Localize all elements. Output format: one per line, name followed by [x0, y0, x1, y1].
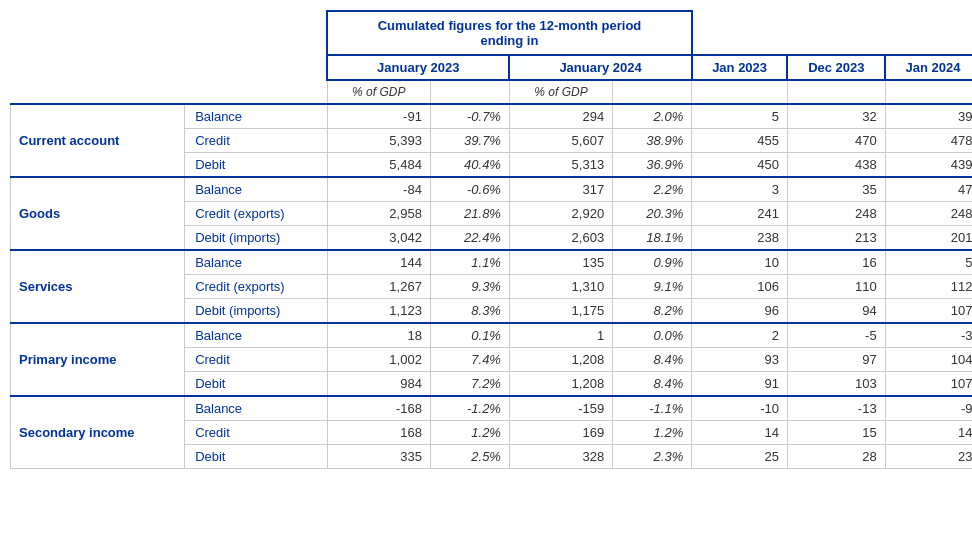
sub-label-1-2: Debit (imports)	[185, 226, 328, 251]
c3-2-2: 107	[885, 299, 972, 324]
sub-label-0-0: Balance	[185, 104, 328, 129]
p2-4-2: 2.3%	[613, 445, 692, 469]
v1-0-2: 5,484	[327, 153, 430, 178]
v1-2-2: 1,123	[327, 299, 430, 324]
p1-3-0: 0.1%	[430, 323, 509, 348]
v2-3-2: 1,208	[509, 372, 612, 397]
p1-3-2: 7.2%	[430, 372, 509, 397]
v1-0-0: -91	[327, 104, 430, 129]
c2-3-0: -5	[787, 323, 885, 348]
c3-4-2: 23	[885, 445, 972, 469]
c1-0-1: 455	[692, 129, 788, 153]
v2-4-0: -159	[509, 396, 612, 421]
p2-0-0: 2.0%	[613, 104, 692, 129]
c2-1-1: 248	[787, 202, 885, 226]
category-4: Secondary income	[11, 396, 185, 469]
v2-0-1: 5,607	[509, 129, 612, 153]
v1-0-1: 5,393	[327, 129, 430, 153]
p1-2-2: 8.3%	[430, 299, 509, 324]
c2-2-2: 94	[787, 299, 885, 324]
p2-1-1: 20.3%	[613, 202, 692, 226]
p1-4-1: 1.2%	[430, 421, 509, 445]
sub-header-2: % of GDP	[509, 80, 612, 104]
p2-2-1: 9.1%	[613, 275, 692, 299]
v2-4-1: 169	[509, 421, 612, 445]
c3-0-2: 439	[885, 153, 972, 178]
v1-1-1: 2,958	[327, 202, 430, 226]
v2-1-0: 317	[509, 177, 612, 202]
sub-header-0: % of GDP	[327, 80, 430, 104]
sub-label-0-1: Credit	[185, 129, 328, 153]
v1-3-0: 18	[327, 323, 430, 348]
category-1: Goods	[11, 177, 185, 250]
c3-4-0: -9	[885, 396, 972, 421]
p2-1-2: 18.1%	[613, 226, 692, 251]
c1-0-0: 5	[692, 104, 788, 129]
c1-0-2: 450	[692, 153, 788, 178]
p2-2-2: 8.2%	[613, 299, 692, 324]
p2-3-0: 0.0%	[613, 323, 692, 348]
v2-3-1: 1,208	[509, 348, 612, 372]
v1-1-2: 3,042	[327, 226, 430, 251]
c3-0-0: 39	[885, 104, 972, 129]
c2-4-2: 28	[787, 445, 885, 469]
sub-header-1	[430, 80, 509, 104]
sub-label-3-2: Debit	[185, 372, 328, 397]
v2-2-1: 1,310	[509, 275, 612, 299]
category-0: Current account	[11, 104, 185, 177]
c3-2-1: 112	[885, 275, 972, 299]
c2-1-0: 35	[787, 177, 885, 202]
v1-3-1: 1,002	[327, 348, 430, 372]
sub-label-3-0: Balance	[185, 323, 328, 348]
c3-3-0: -3	[885, 323, 972, 348]
c1-1-2: 238	[692, 226, 788, 251]
c1-3-1: 93	[692, 348, 788, 372]
p1-1-0: -0.6%	[430, 177, 509, 202]
p2-1-0: 2.2%	[613, 177, 692, 202]
c2-3-1: 97	[787, 348, 885, 372]
c2-0-2: 438	[787, 153, 885, 178]
sub-header-4	[692, 80, 788, 104]
c3-0-1: 478	[885, 129, 972, 153]
c3-3-2: 107	[885, 372, 972, 397]
v1-3-2: 984	[327, 372, 430, 397]
c2-0-0: 32	[787, 104, 885, 129]
c3-3-1: 104	[885, 348, 972, 372]
sub-header-5	[787, 80, 885, 104]
c3-2-0: 5	[885, 250, 972, 275]
p2-4-0: -1.1%	[613, 396, 692, 421]
v2-1-2: 2,603	[509, 226, 612, 251]
p1-0-1: 39.7%	[430, 129, 509, 153]
c1-1-0: 3	[692, 177, 788, 202]
c1-3-2: 91	[692, 372, 788, 397]
p1-1-1: 21.8%	[430, 202, 509, 226]
v2-2-0: 135	[509, 250, 612, 275]
v1-1-0: -84	[327, 177, 430, 202]
v2-0-0: 294	[509, 104, 612, 129]
v2-2-2: 1,175	[509, 299, 612, 324]
sub-label-2-2: Debit (imports)	[185, 299, 328, 324]
c1-2-1: 106	[692, 275, 788, 299]
c1-2-2: 96	[692, 299, 788, 324]
category-3: Primary income	[11, 323, 185, 396]
c2-2-0: 16	[787, 250, 885, 275]
main-container: Cumulated figures for the 12-month perio…	[10, 10, 972, 469]
sub-header-6	[885, 80, 972, 104]
v1-4-0: -168	[327, 396, 430, 421]
c1-4-1: 14	[692, 421, 788, 445]
c2-3-2: 103	[787, 372, 885, 397]
col-col_dec2023-header: Dec 2023	[787, 55, 885, 80]
c2-1-2: 213	[787, 226, 885, 251]
p2-0-2: 36.9%	[613, 153, 692, 178]
c1-4-2: 25	[692, 445, 788, 469]
category-2: Services	[11, 250, 185, 323]
sub-header-3	[613, 80, 692, 104]
c3-1-1: 248	[885, 202, 972, 226]
p2-4-1: 1.2%	[613, 421, 692, 445]
p1-3-1: 7.4%	[430, 348, 509, 372]
v1-2-0: 144	[327, 250, 430, 275]
sub-label-0-2: Debit	[185, 153, 328, 178]
v2-0-2: 5,313	[509, 153, 612, 178]
c1-1-1: 241	[692, 202, 788, 226]
c3-1-2: 201	[885, 226, 972, 251]
